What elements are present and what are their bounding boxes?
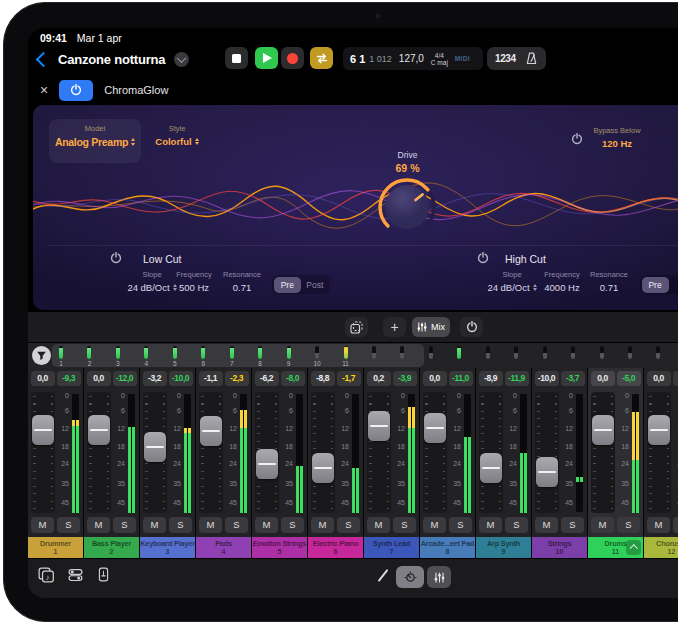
track-label[interactable]: Electric Piano6 bbox=[308, 537, 363, 558]
navigator-meter[interactable] bbox=[173, 346, 177, 359]
high-cut-power-button[interactable] bbox=[477, 252, 489, 264]
navigator-meter[interactable] bbox=[429, 346, 433, 359]
fader-lane[interactable] bbox=[647, 392, 671, 513]
peak-value[interactable]: -11,9 bbox=[505, 371, 529, 386]
fader-lane[interactable] bbox=[535, 392, 559, 513]
mute-button[interactable]: M bbox=[31, 517, 54, 533]
browser-button[interactable]: ♪ bbox=[38, 567, 55, 583]
volume-value[interactable]: 0,0 bbox=[647, 371, 671, 386]
navigator-meter[interactable] bbox=[287, 346, 291, 359]
track-label[interactable]: Bass Player2 bbox=[84, 537, 139, 558]
high-cut-resonance[interactable]: Resonance 0.71 bbox=[573, 270, 645, 293]
channel-strip[interactable]: -1,1-2,3061218243545MSPads4 bbox=[196, 368, 251, 558]
close-icon[interactable]: × bbox=[40, 83, 48, 97]
navigator-meter[interactable] bbox=[372, 346, 376, 359]
low-cut-pre-post[interactable]: Pre Post bbox=[272, 275, 330, 294]
track-label[interactable]: Keyboard Player3 bbox=[140, 537, 195, 558]
mix-view-button[interactable]: Mix bbox=[412, 317, 450, 337]
drive-knob[interactable] bbox=[375, 175, 439, 239]
fader-cap[interactable] bbox=[536, 457, 558, 487]
mute-button[interactable]: M bbox=[367, 517, 390, 533]
fader-cap[interactable] bbox=[256, 449, 278, 479]
navigator-meter[interactable] bbox=[457, 346, 461, 359]
channel-strip[interactable]: -3,2-10,0061218243545MSKeyboard Player3 bbox=[140, 368, 195, 558]
mixer-navigator[interactable]: 1234567891011 bbox=[28, 343, 678, 368]
volume-value[interactable]: -1,1 bbox=[199, 371, 223, 386]
solo-button[interactable]: S bbox=[561, 517, 584, 533]
peak-value[interactable]: -3,9 bbox=[393, 371, 417, 386]
fader-cap[interactable] bbox=[368, 411, 390, 441]
peak-value[interactable]: -1,7 bbox=[337, 371, 361, 386]
fader-cap[interactable] bbox=[144, 432, 166, 462]
fader-lane[interactable] bbox=[423, 392, 447, 513]
navigator-meter[interactable] bbox=[400, 346, 404, 359]
plugin-power-button[interactable] bbox=[59, 80, 93, 101]
navigator-meter[interactable] bbox=[486, 346, 490, 359]
channel-strip[interactable]: 0,0-5,0061218243545MSDrums11 bbox=[588, 368, 643, 558]
play-button[interactable] bbox=[255, 47, 278, 69]
fader-lane[interactable] bbox=[199, 392, 223, 513]
solo-button[interactable]: S bbox=[337, 517, 360, 533]
solo-button[interactable]: S bbox=[281, 517, 304, 533]
peak-value[interactable]: -5,0 bbox=[617, 371, 641, 386]
mute-button[interactable]: M bbox=[479, 517, 502, 533]
song-menu-button[interactable] bbox=[174, 52, 189, 67]
mute-button[interactable]: M bbox=[199, 517, 222, 533]
fader-cap[interactable] bbox=[480, 453, 502, 483]
mute-button[interactable]: M bbox=[423, 517, 446, 533]
peak-value[interactable]: -10,0 bbox=[169, 371, 193, 386]
bypass-power-button[interactable] bbox=[571, 133, 583, 145]
cycle-button[interactable] bbox=[310, 47, 333, 69]
controls-view-button[interactable] bbox=[396, 566, 424, 588]
volume-value[interactable]: 0,2 bbox=[367, 371, 391, 386]
navigator-meter[interactable] bbox=[59, 346, 63, 359]
regions-button[interactable] bbox=[345, 317, 368, 337]
volume-value[interactable]: 0,0 bbox=[423, 371, 447, 386]
track-label[interactable]: Strings10 bbox=[532, 537, 587, 558]
pre-button[interactable]: Pre bbox=[274, 277, 302, 293]
collapse-stack-button[interactable] bbox=[626, 540, 641, 555]
volume-value[interactable]: 0,0 bbox=[591, 371, 615, 386]
peak-value[interactable]: -12,0 bbox=[113, 371, 137, 386]
fader-cap[interactable] bbox=[424, 413, 446, 443]
navigator-meter[interactable] bbox=[514, 346, 518, 359]
mute-button[interactable]: M bbox=[255, 517, 278, 533]
volume-value[interactable]: -8,9 bbox=[479, 371, 503, 386]
volume-value[interactable]: 0,0 bbox=[31, 371, 55, 386]
metronome-button[interactable] bbox=[525, 52, 538, 65]
faders-view-button[interactable] bbox=[427, 566, 451, 588]
peak-value[interactable]: -9,3 bbox=[57, 371, 81, 386]
mute-button[interactable]: M bbox=[143, 517, 166, 533]
track-label[interactable]: Pads4 bbox=[196, 537, 251, 558]
channel-strip[interactable]: 0,0-12,0061218243545MSBass Player2 bbox=[84, 368, 139, 558]
fader-lane[interactable] bbox=[31, 392, 55, 513]
navigator-meter[interactable] bbox=[87, 346, 91, 359]
add-track-button[interactable]: + bbox=[383, 317, 406, 337]
track-label[interactable]: Emotion Strings5 bbox=[252, 537, 307, 558]
track-label[interactable]: Arcade...eet Pad8 bbox=[420, 537, 475, 558]
track-label[interactable]: Drummer1 bbox=[28, 537, 83, 558]
pre-button[interactable]: Pre bbox=[642, 277, 669, 293]
channel-strip[interactable]: 0,2-3,9061218243545MSSynth Lead7 bbox=[364, 368, 419, 558]
track-label[interactable]: Chorus V12 bbox=[644, 537, 678, 558]
volume-value[interactable]: -6,2 bbox=[255, 371, 279, 386]
edit-pencil-icon[interactable] bbox=[378, 569, 389, 582]
solo-button[interactable]: S bbox=[393, 517, 416, 533]
style-selector[interactable]: Style Colorful bbox=[145, 124, 209, 147]
navigator-meter[interactable] bbox=[258, 346, 262, 359]
fader-lane[interactable] bbox=[87, 392, 111, 513]
track-label[interactable]: Arp Synth9 bbox=[476, 537, 531, 558]
channel-strip[interactable]: 0,0061218243545MSChorus V12 bbox=[644, 368, 678, 558]
mute-button[interactable]: M bbox=[311, 517, 334, 533]
navigator-meter[interactable] bbox=[116, 346, 120, 359]
peak-value[interactable]: -11,0 bbox=[449, 371, 473, 386]
count-in-button[interactable]: 1234 bbox=[495, 53, 516, 64]
navigator-meter[interactable] bbox=[344, 346, 348, 359]
fader-cap[interactable] bbox=[592, 415, 614, 445]
fader-lane[interactable] bbox=[591, 392, 615, 513]
record-button[interactable] bbox=[281, 47, 304, 69]
channel-strip[interactable]: -8,9-11,9061218243545MSArp Synth9 bbox=[476, 368, 531, 558]
peak-value[interactable] bbox=[673, 371, 678, 386]
solo-button[interactable]: S bbox=[57, 517, 80, 533]
channel-strip[interactable]: -8,8-1,7061218243545MSElectric Piano6 bbox=[308, 368, 363, 558]
